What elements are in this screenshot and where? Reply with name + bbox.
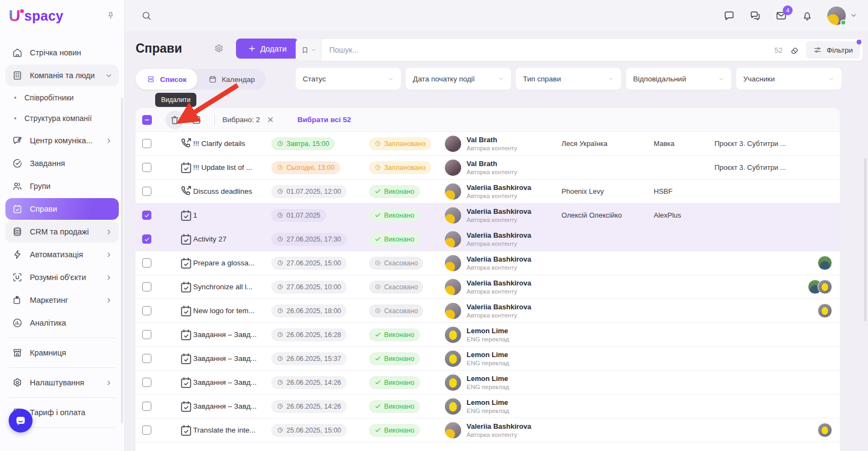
activity-title[interactable]: !!! Update list of ... [193,163,271,171]
sidebar-item-групи[interactable]: Групи [5,175,119,197]
activity-title[interactable]: Завдання – Завд... [193,354,271,363]
filter-select-статус[interactable]: Статус [296,68,401,90]
activity-title[interactable]: Завдання – Завд... [193,402,271,410]
export-selected-button[interactable] [187,111,206,129]
search-input[interactable] [322,46,775,54]
user-avatar[interactable] [827,7,846,25]
row-checkbox[interactable] [142,282,151,291]
sidebar-item-справи[interactable]: Справи [5,198,119,220]
activity-title[interactable]: Завдання – Завд... [193,378,271,386]
table-row[interactable]: !!! Update list of ... Сьогодні, 13:00 З… [136,156,840,180]
delete-selected-button[interactable] [165,111,184,129]
responsible-cell[interactable]: Lemon LimeENG переклад [445,327,561,343]
page-scrollbar[interactable] [864,158,866,321]
table-row[interactable]: New logo for tem... 26.06.2025, 18:00 Ск… [136,299,840,323]
activity-title[interactable]: Synchronize all l... [193,283,271,291]
responsible-cell[interactable]: Val BrathАвторка контенту [445,160,561,176]
responsible-cell[interactable]: Valeriia BashkirovaАвторка контенту [445,207,561,224]
notifications-bell-icon[interactable] [801,10,813,22]
contact-cell[interactable]: Phoenix Levy [561,187,654,195]
responsible-cell[interactable]: Valeriia BashkirovaАвторка контенту [445,231,561,247]
table-row[interactable]: Translate the inte... 25.06.2025, 15:00 … [136,418,840,442]
responsible-cell[interactable]: Valeriia BashkirovaАвторка контенту [445,303,561,319]
row-checkbox[interactable] [142,163,151,172]
table-row[interactable]: Prepare a glossa... 27.06.2025, 15:00 Ск… [136,251,840,275]
select-all-link[interactable]: Вибрати всі 52 [297,116,351,124]
table-row[interactable]: Завдання – Завд... 26.06.2025, 15:37 Вик… [136,347,840,371]
user-menu[interactable] [827,7,857,25]
sidebar-item-аналітика[interactable]: Аналітика [5,312,119,334]
clear-search-eraser-icon[interactable] [789,45,800,55]
chat-icon[interactable] [723,10,735,22]
page-settings-gear-icon[interactable] [214,43,224,54]
sidebar-subitem-структура-компанії[interactable]: Структура компанії [5,108,119,129]
sidebar-item-центр-комуніка-[interactable]: Центр комуніка... [5,130,119,151]
row-checkbox[interactable] [142,234,151,244]
row-checkbox[interactable] [142,425,151,435]
row-checkbox[interactable] [142,139,151,148]
sidebar-item-розумні-об-єкти[interactable]: Розумні об'єкти [5,266,119,288]
row-checkbox[interactable] [142,378,151,387]
filter-select-тип-справи[interactable]: Тип справи [516,68,621,90]
activity-title[interactable]: Discuss deadlines [193,187,271,195]
uspacy-logo[interactable]: U spacy [9,8,63,24]
user-menu-chevron-icon[interactable] [850,12,857,19]
sidebar-item-маркетинг[interactable]: Маркетинг [5,289,119,311]
filter-select-учасники[interactable]: Учасники [736,68,841,90]
sidebar-item-компанія-та-люди[interactable]: Компанія та люди [5,65,119,86]
responsible-cell[interactable]: Valeriia BashkirovaАвторка контенту [445,422,561,439]
pin-sidebar-icon[interactable] [106,11,116,21]
row-checkbox[interactable] [142,187,151,196]
activity-title[interactable]: Activity 27 [193,235,271,243]
row-checkbox[interactable] [142,330,151,339]
saved-search-dropdown[interactable] [296,39,322,61]
table-row[interactable]: Synchronize all l... 27.06.2025, 10:00 С… [136,275,840,299]
tab-список[interactable]: Список [136,69,197,90]
project-cell[interactable]: Проєкт 3. Субтитри ... [714,139,801,148]
responsible-cell[interactable]: Valeriia BashkirovaАвторка контенту [445,255,561,271]
global-search-icon[interactable] [141,10,152,21]
filters-button[interactable]: Фільтри [806,41,860,59]
table-row[interactable]: 1 01.07.2025 Виконано Valeriia Bashkirov… [136,204,840,227]
table-row[interactable]: Activity 27 27.06.2025, 17:30 Виконано V… [136,227,840,251]
responsible-cell[interactable]: Lemon LimeENG переклад [445,374,561,391]
responsible-cell[interactable]: Val BrathАвторка контенту [445,136,561,152]
row-checkbox[interactable] [142,354,151,363]
company-cell[interactable]: AlexPlus [654,211,714,219]
sidebar-item-крамниця[interactable]: Крамниця [5,342,119,364]
tab-календар[interactable]: Календар [197,69,266,90]
responsible-cell[interactable]: Lemon LimeENG переклад [445,351,561,367]
support-chat-button[interactable] [9,409,33,433]
activity-title[interactable]: Завдання – Завд... [193,331,271,339]
activity-title[interactable]: New logo for tem... [193,307,271,315]
activity-title[interactable]: Prepare a glossa... [193,259,271,267]
table-row[interactable]: Завдання – Завд... 26.06.2025, 14:26 Вик… [136,371,840,395]
filter-select-дата-початку-події[interactable]: Дата початку події [406,68,511,90]
contact-cell[interactable]: Леся Українка [561,139,654,148]
sidebar-item-стрічка-новин[interactable]: Стрічка новин [5,42,119,63]
sidebar-subitem-співробітники[interactable]: Співробітники [5,87,119,108]
row-checkbox[interactable] [142,258,151,268]
contact-cell[interactable]: Олексій Олексійко [561,211,654,219]
sidebar-item-автоматизація[interactable]: Автоматизація [5,244,119,265]
add-button[interactable]: Додати [236,39,299,59]
sidebar-item-завдання[interactable]: Завдання [5,153,119,174]
table-row[interactable]: !!! Clarify details Завтра, 15:00 Заплан… [136,132,840,156]
activity-title[interactable]: !!! Clarify details [193,139,271,148]
project-cell[interactable]: Проєкт 3. Субтитри ... [714,163,801,171]
sidebar-scrollbar[interactable] [121,98,123,423]
table-row[interactable]: Discuss deadlines 01.07.2025, 12:00 Вико… [136,180,840,204]
row-checkbox[interactable] [142,211,151,220]
company-cell[interactable]: Мавка [654,139,714,148]
filter-select-відповідальний[interactable]: Відповідальний [626,68,731,90]
company-cell[interactable]: HSBF [654,187,714,195]
responsible-cell[interactable]: Valeriia BashkirovaАвторка контенту [445,183,561,200]
responsible-cell[interactable]: Lemon LimeENG переклад [445,398,561,415]
row-checkbox[interactable] [142,306,151,315]
group-chats-icon[interactable] [749,10,761,22]
select-all-checkbox[interactable] [142,115,152,125]
sidebar-item-налаштування[interactable]: Налаштування [5,372,119,393]
responsible-cell[interactable]: Valeriia BashkirovaАвторка контенту [445,279,561,295]
sidebar-item-crm-та-продажі[interactable]: CRM та продажі [5,221,119,243]
clear-selection-icon[interactable] [266,116,275,124]
